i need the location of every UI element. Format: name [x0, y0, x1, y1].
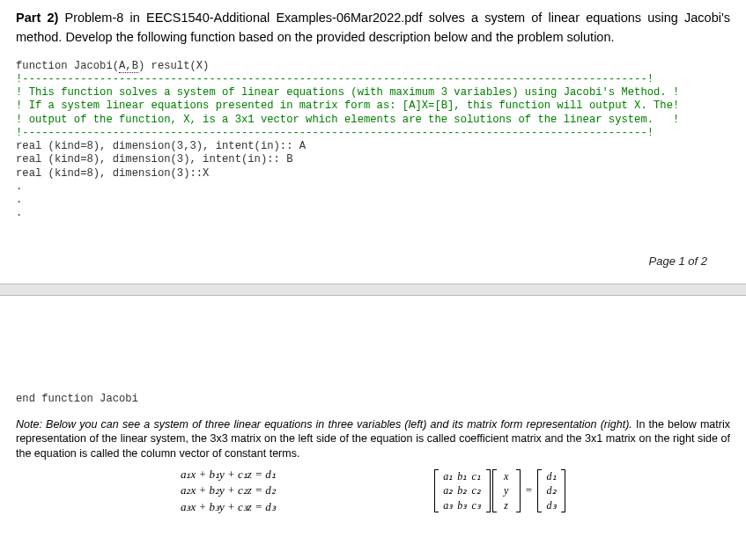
matrix-form: a₁b₁c₁ a₂b₂c₂ a₃b₃c₃ x y z = d₁ — [434, 469, 565, 512]
problem-statement: Part 2) Problem-8 in EECS1540-Additional… — [16, 9, 730, 48]
declaration-line: real (kind=8), dimension(3), intent(in):… — [16, 153, 293, 166]
end-function-line: end function Jacobi — [16, 393, 730, 405]
declaration-line: real (kind=8), dimension(3,3), intent(in… — [16, 140, 306, 152]
note-paragraph: Note: Below you can see a system of thre… — [16, 417, 730, 462]
constant-vector: d₁ d₂ d₃ — [537, 469, 565, 512]
problem-body: Problem-8 in EECS1540-Additional Example… — [16, 11, 730, 44]
page-number: Page 1 of 2 — [16, 221, 730, 268]
comment-divider: !---------------------------------------… — [16, 127, 654, 139]
equation-line: a₁x + b₁y + c₁z = d₁ — [181, 467, 276, 483]
variable-vector: x y z — [492, 469, 521, 512]
declaration-line: real (kind=8), dimension(3)::X — [16, 167, 209, 180]
coefficient-matrix: a₁b₁c₁ a₂b₂c₂ a₃b₃c₃ — [434, 469, 491, 512]
equals-sign: = — [522, 483, 535, 497]
comment-line-1: ! This function solves a system of linea… — [16, 86, 679, 99]
fn-signature: function Jacobi(A,B) result(X) — [16, 60, 209, 73]
page-2-content: end function Jacobi Note: Below you can … — [0, 296, 746, 515]
comment-line-3: ! output of the function, X, is a 3x1 ve… — [16, 114, 679, 126]
bracket-right-icon — [486, 469, 491, 512]
ellipsis-dot: . — [16, 207, 22, 219]
linear-system-plain: a₁x + b₁y + c₁z = d₁ a₂x + b₂y + c₂z = d… — [181, 467, 276, 515]
ellipsis-dot: . — [16, 181, 22, 193]
comment-divider: !---------------------------------------… — [16, 73, 654, 85]
equation-line: a₃x + b₃y + c₃z = d₃ — [181, 499, 276, 515]
page-separator — [0, 284, 746, 296]
part-label: Part 2) — [16, 11, 58, 25]
equation-line: a₂x + b₂y + c₂z = d₂ — [181, 483, 276, 498]
bracket-right-icon — [516, 469, 521, 512]
note-italic-part: Note: Below you can see a system of thre… — [16, 418, 632, 431]
ellipsis-dot: . — [16, 194, 22, 206]
code-listing: function Jacobi(A,B) result(X) !--------… — [16, 60, 730, 221]
bracket-right-icon — [561, 469, 565, 512]
comment-line-2: ! If a system linear equations presented… — [16, 99, 679, 112]
page-1-content: Part 2) Problem-8 in EECS1540-Additional… — [0, 0, 746, 268]
equation-row: a₁x + b₁y + c₁z = d₁ a₂x + b₂y + c₂z = d… — [16, 467, 730, 515]
